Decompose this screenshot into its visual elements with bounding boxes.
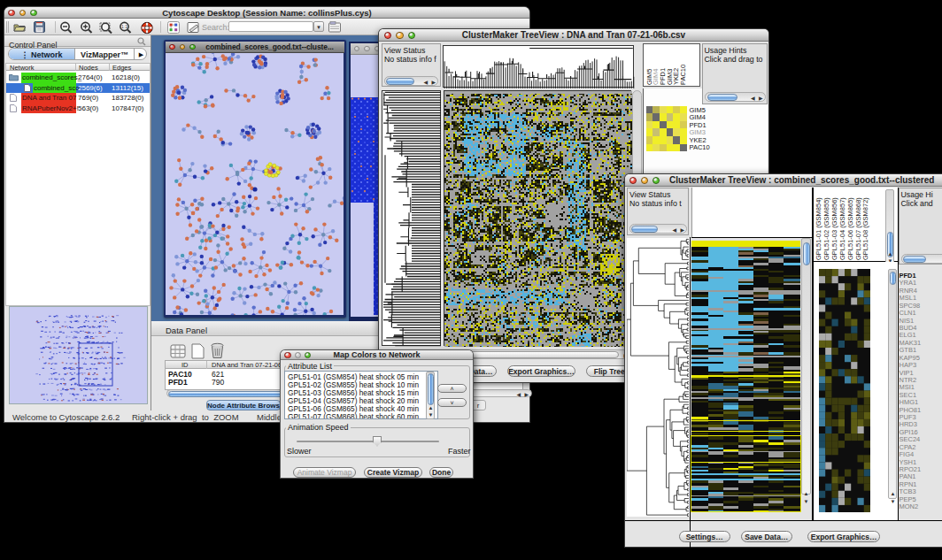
svg-text:1:1: 1:1 xyxy=(121,24,127,29)
